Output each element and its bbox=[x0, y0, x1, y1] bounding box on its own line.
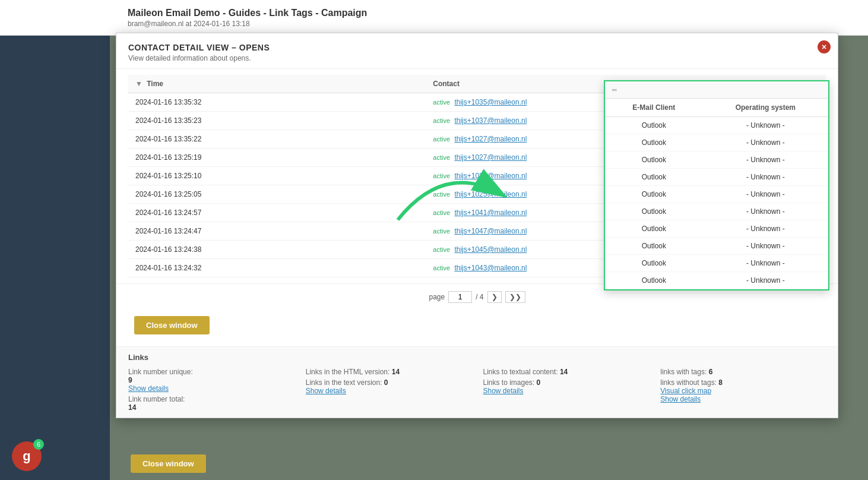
os-cell: - Unknown - bbox=[703, 117, 828, 134]
os-cell: - Unknown - bbox=[703, 272, 828, 289]
email-link[interactable]: thijs+1039@maileon.nl bbox=[454, 172, 527, 180]
status-badge: active bbox=[433, 228, 450, 235]
email-link[interactable]: thijs+1027@maileon.nl bbox=[454, 135, 527, 143]
os-cell: - Unknown - bbox=[703, 255, 828, 272]
status-badge: active bbox=[433, 246, 450, 253]
modal-header: CONTACT DETAIL VIEW – OPENS View detaile… bbox=[116, 33, 838, 69]
os-cell: - Unknown - bbox=[703, 134, 828, 151]
page-label: page bbox=[429, 293, 445, 301]
no-tags-value: 8 bbox=[718, 378, 723, 387]
status-badge: active bbox=[433, 264, 450, 271]
link-unique-label: Link number unique: bbox=[128, 368, 294, 376]
close-window-button[interactable]: Close window bbox=[134, 316, 210, 334]
time-cell: 2024-01-16 13:35:32 bbox=[128, 93, 426, 112]
no-tags-label: links without tags: bbox=[660, 378, 717, 387]
popup-table-row: Outlook - Unknown - bbox=[605, 151, 828, 169]
email-client-cell: Outlook bbox=[605, 134, 703, 151]
sort-icon: ▼ bbox=[135, 80, 142, 88]
last-page-button[interactable]: ❯❯ bbox=[505, 291, 525, 303]
status-badge: active bbox=[433, 117, 450, 124]
status-badge: active bbox=[433, 209, 450, 216]
html-value: 14 bbox=[392, 368, 400, 376]
time-cell: 2024-01-16 13:24:47 bbox=[128, 222, 426, 241]
email-client-cell: Outlook bbox=[605, 272, 703, 289]
text-label: Links in the text version: bbox=[306, 378, 382, 387]
email-client-col-header: E-Mail Client bbox=[605, 99, 703, 117]
link-unique-value: 9 bbox=[128, 376, 132, 384]
sidebar bbox=[0, 0, 110, 480]
email-link[interactable]: thijs+1025@maileon.nl bbox=[454, 190, 527, 198]
popup-table-row: Outlook - Unknown - bbox=[605, 117, 828, 134]
time-cell: 2024-01-16 13:25:10 bbox=[128, 167, 426, 185]
email-client-cell: Outlook bbox=[605, 238, 703, 255]
os-cell: - Unknown - bbox=[703, 220, 828, 238]
popup-table-row: Outlook - Unknown - bbox=[605, 203, 828, 220]
email-link[interactable]: thijs+1035@maileon.nl bbox=[454, 98, 527, 106]
show-details-1[interactable]: Show details bbox=[128, 384, 169, 393]
email-link[interactable]: thijs+1027@maileon.nl bbox=[454, 153, 527, 162]
popup-table-row: Outlook - Unknown - bbox=[605, 169, 828, 186]
os-cell: - Unknown - bbox=[703, 238, 828, 255]
popup-table-row: Outlook - Unknown - bbox=[605, 272, 828, 289]
page-input[interactable] bbox=[448, 291, 472, 303]
page-subtitle: bram@maileon.nl at 2024-01-16 13:18 bbox=[128, 20, 367, 28]
tags-label: links with tags: bbox=[660, 368, 707, 376]
popup-table: E-Mail Client Operating system Outlook -… bbox=[605, 99, 828, 289]
time-column-header[interactable]: ▼ Time bbox=[128, 75, 426, 93]
email-link[interactable]: thijs+1041@maileon.nl bbox=[454, 209, 527, 217]
time-cell: 2024-01-16 13:24:32 bbox=[128, 259, 426, 277]
email-client-cell: Outlook bbox=[605, 169, 703, 186]
status-badge: active bbox=[433, 154, 450, 161]
email-link[interactable]: thijs+1045@maileon.nl bbox=[454, 245, 527, 254]
status-badge: active bbox=[433, 191, 450, 198]
link-total-label: Link number total: bbox=[128, 395, 294, 403]
tags-value: 6 bbox=[709, 368, 713, 376]
status-badge: active bbox=[433, 135, 450, 143]
links-stats-grid: Link number unique: 9 Show details Link … bbox=[128, 368, 826, 412]
page-title: Maileon Email Demo - Guides - Link Tags … bbox=[128, 8, 367, 18]
textual-value: 14 bbox=[560, 368, 568, 376]
os-cell: - Unknown - bbox=[703, 151, 828, 169]
status-badge: active bbox=[433, 99, 450, 106]
email-link[interactable]: thijs+1043@maileon.nl bbox=[454, 264, 527, 272]
email-client-cell: Outlook bbox=[605, 117, 703, 134]
show-details-2[interactable]: Show details bbox=[306, 387, 346, 395]
popup-table-row: Outlook - Unknown - bbox=[605, 186, 828, 203]
popup-table-row: Outlook - Unknown - bbox=[605, 238, 828, 255]
email-client-cell: Outlook bbox=[605, 151, 703, 169]
show-details-4[interactable]: Show details bbox=[660, 395, 701, 403]
popup-header: ═ bbox=[605, 81, 828, 99]
link-total-value: 14 bbox=[128, 403, 136, 412]
popup-table-row: Outlook - Unknown - bbox=[605, 255, 828, 272]
email-client-popup: ═ E-Mail Client Operating system Outlook… bbox=[604, 80, 829, 290]
popup-handle-icon: ═ bbox=[612, 86, 617, 93]
popup-table-row: Outlook - Unknown - bbox=[605, 134, 828, 151]
time-cell: 2024-01-16 13:24:38 bbox=[128, 241, 426, 259]
os-cell: - Unknown - bbox=[703, 203, 828, 220]
next-page-button[interactable]: ❯ bbox=[487, 291, 502, 303]
html-label: Links in the HTML version: bbox=[306, 368, 390, 376]
top-bar: Maileon Email Demo - Guides - Link Tags … bbox=[0, 0, 868, 36]
modal-title: CONTACT DETAIL VIEW – OPENS bbox=[128, 43, 826, 52]
page-separator: / 4 bbox=[476, 293, 483, 301]
os-col-header: Operating system bbox=[703, 99, 828, 117]
visual-click-map-link[interactable]: Visual click map bbox=[660, 387, 711, 395]
popup-table-row: Outlook - Unknown - bbox=[605, 220, 828, 238]
email-link[interactable]: thijs+1037@maileon.nl bbox=[454, 116, 527, 125]
bottom-close-window-button[interactable]: Close window bbox=[131, 454, 206, 473]
status-badge: active bbox=[433, 172, 450, 179]
modal-close-button[interactable]: × bbox=[818, 40, 831, 53]
text-value: 0 bbox=[384, 378, 388, 387]
time-cell: 2024-01-16 13:35:23 bbox=[128, 112, 426, 130]
modal-subtitle: View detailed information about opens. bbox=[128, 54, 826, 62]
os-cell: - Unknown - bbox=[703, 186, 828, 203]
email-client-cell: Outlook bbox=[605, 203, 703, 220]
os-cell: - Unknown - bbox=[703, 169, 828, 186]
time-cell: 2024-01-16 13:25:05 bbox=[128, 185, 426, 204]
show-details-3[interactable]: Show details bbox=[483, 387, 524, 395]
notification-badge: 6 bbox=[33, 439, 44, 450]
email-link[interactable]: thijs+1047@maileon.nl bbox=[454, 227, 527, 235]
links-section-title: Links bbox=[128, 353, 826, 362]
time-cell: 2024-01-16 13:24:57 bbox=[128, 204, 426, 222]
email-client-cell: Outlook bbox=[605, 186, 703, 203]
